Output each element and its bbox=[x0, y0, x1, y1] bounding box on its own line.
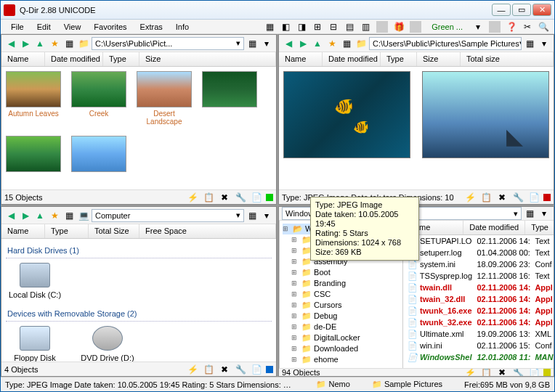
thumbnail-item[interactable] bbox=[6, 136, 61, 174]
thumbnail-item[interactable]: Creek bbox=[71, 71, 126, 126]
views-icon[interactable]: ▦ bbox=[62, 209, 76, 222]
tool-icon[interactable]: 📄 bbox=[250, 191, 263, 204]
tree-node[interactable]: 📁 de-DE bbox=[291, 322, 400, 332]
toolbar-icon[interactable]: ▥ bbox=[359, 20, 372, 33]
header-name[interactable]: Name bbox=[1, 52, 45, 66]
help-icon[interactable]: ❓ bbox=[505, 20, 518, 33]
file-row[interactable]: 📄 Ultimate.xml19.09.2006 13:41XML bbox=[403, 328, 554, 340]
header-size[interactable]: Size bbox=[139, 52, 276, 66]
tree-node[interactable]: 📁 Boot bbox=[291, 267, 400, 278]
menu-extras[interactable]: Extras bbox=[134, 21, 169, 33]
address-bar[interactable]: C:\Users\Public\Pictures\Sample Pictures… bbox=[369, 37, 522, 50]
toolbar-icon[interactable]: ⊟ bbox=[327, 20, 340, 33]
file-row[interactable]: 📄 TSSysprep.log12.11.2008 16:03Text bbox=[403, 270, 554, 282]
tool-icon[interactable]: ✖ bbox=[218, 363, 231, 376]
header-type[interactable]: Type bbox=[525, 221, 554, 234]
folder-icon[interactable]: 📁 bbox=[355, 37, 368, 50]
tree-node[interactable]: 📁 Branding bbox=[291, 278, 400, 289]
toolbar-icon[interactable]: ◨ bbox=[295, 20, 308, 33]
tool-icon[interactable]: ⚡ bbox=[463, 368, 477, 376]
header-name[interactable]: Name bbox=[1, 224, 45, 238]
tool-icon[interactable]: 📋 bbox=[479, 368, 493, 376]
dropdown-icon[interactable]: ▾ bbox=[538, 207, 551, 220]
up-icon[interactable]: ▲ bbox=[33, 209, 46, 222]
tool-icon[interactable]: 🔍 bbox=[537, 20, 550, 33]
pane-content[interactable]: 🐠🐠 ◣ bbox=[279, 67, 554, 189]
column-headers[interactable]: Name Date modified Type bbox=[403, 221, 554, 235]
tool-icon[interactable]: 🔧 bbox=[234, 191, 247, 204]
tree-node[interactable]: 📁 Downloaded bbox=[291, 343, 400, 354]
pane-content[interactable]: Hard Disk Drives (1) Local Disk (C:) Dev… bbox=[1, 239, 276, 362]
header-name[interactable]: Name bbox=[279, 52, 323, 66]
dropdown-icon[interactable]: ▾ bbox=[471, 20, 485, 33]
tool-icon[interactable]: 🔧 bbox=[511, 191, 524, 204]
thumbnail-item[interactable] bbox=[202, 71, 257, 126]
close-button[interactable]: ✕ bbox=[532, 4, 551, 16]
file-row[interactable]: 📄 system.ini18.09.2006 23:46Conf bbox=[403, 258, 554, 270]
views-icon[interactable]: ▦ bbox=[340, 37, 353, 50]
file-list[interactable]: 📄 SETUPAPI.LOG02.11.2006 14:16Text📄 setu… bbox=[403, 235, 554, 363]
view-icon[interactable]: ▦ bbox=[246, 37, 259, 50]
toolbar-icon[interactable]: ⊞ bbox=[311, 20, 324, 33]
up-icon[interactable]: ▲ bbox=[311, 37, 324, 50]
tree-node[interactable]: 📁 Cursors bbox=[291, 300, 400, 311]
file-row[interactable]: 📄 setuperr.log01.04.2008 00:51Text bbox=[403, 247, 554, 258]
thumbnail-item[interactable]: Desert Landscape bbox=[137, 71, 192, 126]
color-indicator[interactable] bbox=[266, 366, 273, 373]
tree-node[interactable]: 📁 Debug bbox=[291, 311, 400, 322]
gift-icon[interactable]: 🎁 bbox=[392, 20, 405, 33]
header-type[interactable]: Type bbox=[381, 52, 417, 66]
header-type[interactable]: Type bbox=[45, 224, 89, 238]
forward-icon[interactable]: ▶ bbox=[19, 209, 32, 222]
group-header[interactable]: Devices with Removable Storage (2) bbox=[6, 306, 272, 322]
tool-icon[interactable]: ⚡ bbox=[186, 191, 199, 204]
color-indicator[interactable] bbox=[543, 369, 551, 376]
back-icon[interactable]: ◀ bbox=[282, 37, 295, 50]
menu-edit[interactable]: Edit bbox=[31, 21, 57, 33]
view-icon[interactable]: ▦ bbox=[523, 37, 536, 50]
file-row[interactable]: 📄 twunk_16.exe02.11.2006 14:...Appl bbox=[403, 305, 554, 317]
tool-icon[interactable]: 📋 bbox=[202, 363, 215, 376]
tree-node[interactable]: 📁 ehome bbox=[291, 354, 400, 365]
tool-icon[interactable]: ⚡ bbox=[186, 363, 199, 376]
tool-icon[interactable]: 📄 bbox=[527, 368, 540, 376]
computer-icon[interactable]: 💻 bbox=[77, 209, 90, 222]
back-icon[interactable]: ◀ bbox=[4, 37, 17, 50]
header-size[interactable]: Size bbox=[417, 52, 461, 66]
header-totalsize[interactable]: Total Size bbox=[89, 224, 139, 238]
tool-icon[interactable]: 📄 bbox=[527, 191, 540, 204]
color-indicator[interactable] bbox=[543, 194, 551, 201]
maximize-button[interactable]: ▭ bbox=[512, 4, 531, 16]
tool-icon[interactable]: 📋 bbox=[202, 191, 215, 204]
dropdown-icon[interactable]: ▾ bbox=[260, 209, 273, 222]
group-header[interactable]: Hard Disk Drives (1) bbox=[6, 243, 272, 258]
column-headers[interactable]: Name Date modified Type Size Total size bbox=[279, 52, 554, 67]
header-date[interactable]: Date modified bbox=[45, 52, 103, 66]
back-icon[interactable]: ◀ bbox=[4, 209, 17, 222]
up-icon[interactable]: ▲ bbox=[33, 37, 46, 50]
tree-node[interactable]: 📁 DigitalLocker bbox=[291, 332, 400, 343]
tool-icon[interactable]: 🔧 bbox=[511, 368, 524, 376]
views-icon[interactable]: ▦ bbox=[62, 37, 76, 50]
toolbar-icon[interactable]: ▤ bbox=[343, 20, 356, 33]
tool-icon[interactable]: ✖ bbox=[495, 368, 509, 376]
tool-icon[interactable]: 🔧 bbox=[234, 363, 247, 376]
menu-view[interactable]: View bbox=[58, 21, 87, 33]
column-headers[interactable]: Name Date modified Type Size bbox=[1, 52, 276, 67]
drive-item[interactable]: Floppy Disk Drive (A:) bbox=[6, 326, 64, 362]
tool-icon[interactable]: ✖ bbox=[495, 191, 509, 204]
file-row[interactable]: 📄 twain_32.dll02.11.2006 14:...Appl bbox=[403, 293, 554, 305]
address-bar[interactable]: Computer▾ bbox=[92, 209, 244, 222]
drive-item[interactable]: Local Disk (C:) bbox=[6, 263, 64, 299]
file-row[interactable]: 📄 WindowsShell.Ma...12.01.2008 11:...MAN bbox=[403, 351, 554, 363]
menu-file[interactable]: File bbox=[5, 21, 30, 33]
header-date[interactable]: Date modified bbox=[323, 52, 381, 66]
tool-icon[interactable]: ✂ bbox=[521, 20, 534, 33]
forward-icon[interactable]: ▶ bbox=[296, 37, 309, 50]
header-type[interactable]: Type bbox=[103, 52, 139, 66]
file-row[interactable]: 📄 SETUPAPI.LOG02.11.2006 14:16Text bbox=[403, 235, 554, 247]
menu-info[interactable]: Info bbox=[170, 21, 195, 33]
view-icon[interactable]: ▦ bbox=[246, 209, 259, 222]
star-icon[interactable]: ★ bbox=[48, 209, 61, 222]
forward-icon[interactable]: ▶ bbox=[19, 37, 32, 50]
